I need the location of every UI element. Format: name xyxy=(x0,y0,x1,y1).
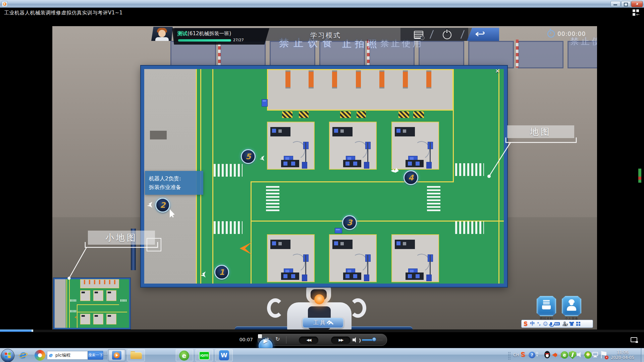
tray-language[interactable]: CH xyxy=(513,353,519,357)
workcell xyxy=(391,234,439,282)
fast-forward-button[interactable]: ▶▶ xyxy=(331,337,351,344)
taskbar-wmp-button[interactable] xyxy=(108,349,125,361)
map-marker-2[interactable]: 2 xyxy=(155,198,170,213)
desk xyxy=(150,131,167,139)
map-marker-4[interactable]: 4 xyxy=(404,170,418,185)
tray-expand-icon[interactable]: ⧉▾ xyxy=(536,352,538,357)
minimap-door xyxy=(84,280,85,284)
progress-fill xyxy=(178,39,231,42)
map-close-icon[interactable]: ✕ xyxy=(493,67,502,75)
stopwatch-icon xyxy=(547,30,555,38)
minimap[interactable] xyxy=(53,278,130,329)
progress-bar xyxy=(178,39,231,42)
elapsed-time: 00:07 xyxy=(231,337,253,342)
taskbar-360browser-button[interactable]: e xyxy=(176,349,193,361)
map-marker-3[interactable]: 3 xyxy=(342,215,357,230)
seek-bar[interactable] xyxy=(0,329,644,332)
tooltip-line2: 拆装作业准备 xyxy=(149,183,199,192)
microphone-icon[interactable] xyxy=(550,322,552,325)
worker-helmet-icon xyxy=(567,299,576,311)
taskbar-clock[interactable]: 11:06 2020-04-05 xyxy=(606,350,639,360)
fullscreen-icon[interactable] xyxy=(630,336,638,343)
volume-tray-icon[interactable] xyxy=(577,352,585,358)
keyboard-icon[interactable] xyxy=(554,322,560,325)
lane-line xyxy=(212,69,213,284)
help-tray-icon[interactable]: ? xyxy=(529,352,535,358)
dock-door xyxy=(309,70,314,88)
restore-button[interactable] xyxy=(621,1,631,7)
cell-station xyxy=(302,275,307,281)
documents-button[interactable] xyxy=(537,296,556,316)
repeat-button[interactable]: ↻ xyxy=(275,336,280,342)
account-icon[interactable]: 17 xyxy=(562,321,567,326)
tool-button[interactable]: 工具 xyxy=(303,318,343,328)
360-browser-icon: e xyxy=(179,351,189,361)
power-icon[interactable] xyxy=(443,31,451,39)
cell-station xyxy=(364,275,369,281)
marker-number: 5 xyxy=(246,152,251,161)
sogou-browser-icon[interactable] xyxy=(34,350,46,361)
minimap-cell xyxy=(80,290,90,301)
workcell xyxy=(329,234,377,282)
cell-bench xyxy=(406,273,424,280)
workcell xyxy=(267,234,315,282)
360-browser-tray-icon[interactable]: e xyxy=(561,351,568,359)
taskbar-wps-button[interactable]: W xyxy=(215,349,233,361)
search-engine-icon: e xyxy=(49,352,52,358)
start-button[interactable] xyxy=(1,349,14,362)
back-arrow-icon[interactable]: ↩ xyxy=(475,27,485,40)
ime-lang-toggle[interactable]: 中 xyxy=(530,321,535,327)
network-tray-icon[interactable] xyxy=(592,352,599,358)
robot-hand-right xyxy=(350,298,366,318)
safety-hatch xyxy=(357,111,366,118)
poi-icon xyxy=(260,156,264,161)
search-button[interactable]: 搜索一下 xyxy=(88,351,103,360)
sogou-tray-icon[interactable]: S xyxy=(521,351,525,358)
ime-punctuation-icon[interactable]: °, xyxy=(537,321,541,326)
mute-button[interactable] xyxy=(353,337,360,343)
agv-robot xyxy=(262,99,268,107)
ie-taskbar-icon[interactable]: e xyxy=(17,350,29,361)
safety-hatch xyxy=(340,111,351,118)
robot-hand-left xyxy=(267,298,284,318)
window-titlebar: x xyxy=(0,0,644,8)
minimize-button[interactable] xyxy=(610,1,621,7)
wall-banner xyxy=(170,41,216,68)
taskbar-iqiyi-button[interactable]: iQIYI xyxy=(196,349,213,361)
360-shield-tray-icon[interactable] xyxy=(569,351,576,359)
map-marker-1[interactable]: 1 xyxy=(214,265,229,280)
crosswalk xyxy=(455,221,484,234)
deskband-grip[interactable] xyxy=(104,351,107,359)
show-desktop-button[interactable] xyxy=(641,348,644,362)
ime-toolbar[interactable]: S 中 °, ☺ 17 xyxy=(521,320,593,328)
avatar[interactable] xyxy=(151,27,173,41)
media-title: 工业机器人机械装调维修虚拟仿真实训与考评V1~1 xyxy=(4,10,123,16)
clock-time: 11:06 xyxy=(606,350,639,355)
search-input[interactable] xyxy=(47,351,88,360)
wall-banner xyxy=(518,41,564,68)
tool-button-label: 工具 xyxy=(313,319,327,326)
safety-hatch xyxy=(282,111,292,118)
skin-icon[interactable] xyxy=(569,322,574,326)
minimap-crosswalk xyxy=(120,299,126,302)
stop-button[interactable] xyxy=(258,334,262,338)
marker-number: 1 xyxy=(219,268,224,277)
map-marker-5[interactable]: 5 xyxy=(241,149,256,164)
tooltip-line1: 机器人2负责: xyxy=(149,174,199,183)
qq-tray-icon[interactable] xyxy=(543,351,551,359)
taskbar-explorer-button[interactable] xyxy=(127,349,145,361)
ime-menu-icon[interactable] xyxy=(576,322,580,326)
minimap-cell xyxy=(80,314,90,324)
emoji-icon[interactable]: ☺ xyxy=(543,321,548,326)
rewind-button[interactable]: ◀◀ xyxy=(299,337,318,344)
cell-bench xyxy=(281,273,299,280)
volume-thumb[interactable] xyxy=(372,337,376,342)
switch-to-library-icon[interactable]: ← xyxy=(633,9,642,17)
360-antivirus-tray-icon[interactable]: + xyxy=(584,351,592,359)
tray-grip xyxy=(508,352,511,360)
audio-app-tray-icon[interactable] xyxy=(552,352,561,358)
timer-value: 00:00:00 xyxy=(557,31,586,37)
close-button[interactable]: x xyxy=(631,1,643,7)
equipment-button[interactable] xyxy=(562,296,581,316)
task-list-icon[interactable] xyxy=(414,31,423,39)
